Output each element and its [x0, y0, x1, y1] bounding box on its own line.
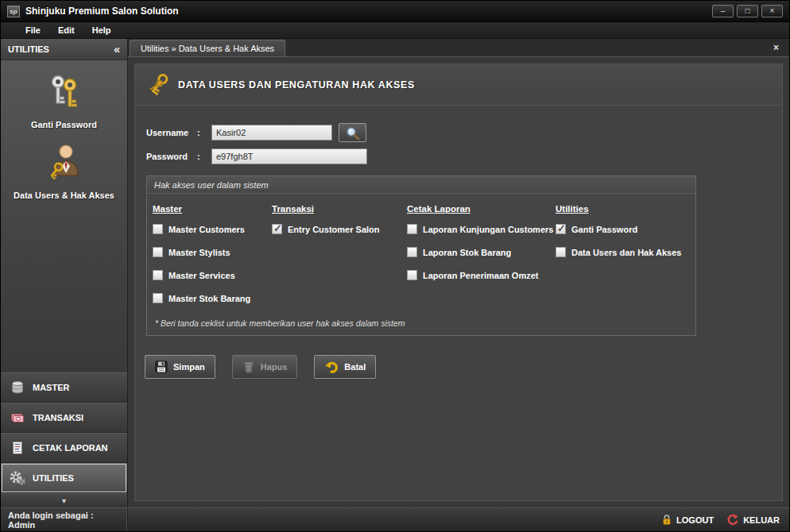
username-label: Username — [146, 128, 197, 137]
sidebar-item-ganti-password[interactable]: Ganti Password — [1, 73, 127, 129]
sidebar: UTILITIES « — [1, 39, 128, 507]
save-icon — [155, 360, 168, 373]
checkbox-laporan-kunjungan-customers[interactable] — [407, 224, 417, 234]
password-row: Password : — [146, 148, 782, 164]
titlebar: sp Shinjuku Premium Salon Solution – □ × — [1, 1, 789, 22]
column-heading-cetak-laporan: Cetak Laporan — [407, 204, 556, 214]
sidebar-item-transaksi[interactable]: TRANSAKSI — [1, 403, 127, 433]
sidebar-item-label: Ganti Password — [28, 120, 100, 129]
perm-entry-customer-salon[interactable]: Entry Customer Salon — [272, 224, 407, 234]
perm-laporan-stok-barang[interactable]: Laporan Stok Barang — [407, 247, 556, 257]
username-colon: : — [197, 128, 211, 137]
perm-label: Master Stok Barang — [168, 294, 250, 303]
nav-overflow-button[interactable]: ▾ — [1, 493, 127, 507]
tabstrip: Utilities » Data Users & Hak Akses × — [128, 39, 789, 57]
keys-icon — [46, 73, 83, 113]
perm-master-stok-barang[interactable]: Master Stok Barang — [153, 293, 272, 303]
close-button[interactable]: × — [761, 5, 783, 17]
keluar-label: KELUAR — [743, 515, 780, 525]
checkbox-master-stylists[interactable] — [153, 247, 163, 257]
button-label: Hapus — [261, 362, 288, 372]
column-master: Master Master Customers Master Stylists — [153, 204, 272, 316]
checkbox-ganti-password[interactable] — [556, 224, 566, 234]
nav-label: UTILITIES — [33, 473, 74, 483]
perm-label: Data Users dan Hak Akses — [571, 248, 681, 257]
perm-laporan-penerimaan-omzet[interactable]: Laporan Penerimaan Omzet — [407, 270, 556, 280]
checkbox-master-customers[interactable] — [153, 224, 163, 234]
key-icon — [148, 72, 168, 98]
menu-help[interactable]: Help — [83, 24, 120, 37]
logout-label: LOGOUT — [676, 515, 714, 525]
username-input[interactable] — [211, 125, 332, 141]
minimize-button[interactable]: – — [712, 5, 734, 17]
batal-button[interactable]: Batal — [314, 355, 376, 379]
checkbox-entry-customer-salon[interactable] — [272, 224, 282, 234]
logout-button[interactable]: LOGOUT — [662, 514, 714, 526]
app-window: sp Shinjuku Premium Salon Solution – □ ×… — [0, 0, 790, 532]
column-transaksi: Transaksi Entry Customer Salon — [272, 204, 407, 316]
database-icon — [10, 380, 25, 395]
groupbox-title: Hak akses user dalam sistem — [147, 176, 695, 194]
perm-master-stylists[interactable]: Master Stylists — [153, 247, 272, 257]
column-cetak-laporan: Cetak Laporan Laporan Kunjungan Customer… — [407, 204, 556, 316]
perm-master-services[interactable]: Master Services — [153, 270, 272, 280]
tab-close-button[interactable]: × — [771, 42, 781, 53]
sidebar-item-data-users[interactable]: Data Users & Hak Akses — [1, 142, 127, 200]
checkbox-laporan-penerimaan-omzet[interactable] — [407, 270, 417, 280]
password-colon: : — [197, 152, 211, 161]
perm-label: Entry Customer Salon — [288, 225, 380, 234]
perm-label: Laporan Stok Barang — [423, 248, 511, 257]
tab-data-users-hak-akses[interactable]: Utilities » Data Users & Hak Akses — [130, 40, 285, 56]
password-input[interactable] — [211, 148, 367, 164]
hapus-button[interactable]: Hapus — [232, 355, 298, 379]
menu-file[interactable]: File — [17, 24, 49, 37]
menubar: File Edit Help — [1, 22, 789, 39]
padlock-icon — [662, 514, 672, 526]
content-panel: DATA USERS DAN PENGATURAN HAK AKSES User… — [134, 64, 783, 501]
checkbox-master-services[interactable] — [153, 270, 163, 280]
maximize-button[interactable]: □ — [737, 5, 758, 17]
simpan-button[interactable]: Simpan — [145, 355, 215, 379]
undo-icon — [324, 360, 339, 373]
collapse-sidebar-button[interactable]: « — [114, 43, 120, 56]
sidebar-item-cetak-laporan[interactable]: CETAK LAPORAN — [1, 433, 127, 463]
perm-label: Master Services — [168, 271, 235, 280]
checkbox-laporan-stok-barang[interactable] — [407, 247, 417, 257]
perm-label: Master Customers — [168, 225, 245, 234]
keluar-button[interactable]: KELUAR — [726, 514, 780, 526]
search-icon — [345, 125, 360, 141]
perm-laporan-kunjungan-customers[interactable]: Laporan Kunjungan Customers — [407, 224, 556, 234]
window-controls: – □ × — [712, 5, 783, 17]
sidebar-header: UTILITIES « — [1, 39, 127, 60]
trash-icon — [242, 360, 255, 373]
app-logo-icon: sp — [7, 6, 20, 17]
statusbar-actions: LOGOUT KELUAR — [662, 514, 789, 526]
perm-master-customers[interactable]: Master Customers — [153, 224, 272, 234]
checkbox-data-users-hak-akses[interactable] — [556, 247, 566, 257]
password-label: Password — [146, 152, 197, 161]
permissions-note: * Beri tanda ceklist untuk memberikan us… — [155, 318, 405, 328]
sidebar-item-master[interactable]: MASTER — [1, 372, 127, 403]
page-title: DATA USERS DAN PENGATURAN HAK AKSES — [178, 79, 415, 91]
user-form: Username : — [135, 106, 782, 164]
menu-edit[interactable]: Edit — [49, 24, 83, 37]
column-heading-master: Master — [153, 204, 272, 214]
sidebar-item-utilities[interactable]: UTILITIES — [1, 463, 127, 493]
main-area: Utilities » Data Users & Hak Akses × — [128, 39, 789, 507]
nav-label: CETAK LAPORAN — [33, 443, 108, 453]
perm-ganti-password[interactable]: Ganti Password — [556, 224, 691, 234]
username-row: Username : — [146, 123, 782, 142]
perm-data-users-hak-akses[interactable]: Data Users dan Hak Akses — [556, 247, 691, 257]
column-heading-transaksi: Transaksi — [272, 204, 407, 214]
search-user-button[interactable] — [339, 123, 366, 142]
sidebar-item-label: Data Users & Hak Akses — [10, 191, 118, 200]
gears-icon — [10, 470, 25, 486]
window-title: Shinjuku Premium Salon Solution — [25, 6, 179, 17]
checkbox-master-stok-barang[interactable] — [153, 293, 163, 303]
login-status: Anda login sebagai : Admin — [1, 508, 128, 531]
sidebar-nav: MASTER TRANSAKSI — [1, 372, 127, 507]
button-label: Simpan — [173, 362, 205, 372]
perm-label: Ganti Password — [571, 225, 637, 234]
permissions-groupbox: Hak akses user dalam sistem Master Maste… — [146, 175, 696, 336]
nav-label: MASTER — [33, 383, 69, 392]
